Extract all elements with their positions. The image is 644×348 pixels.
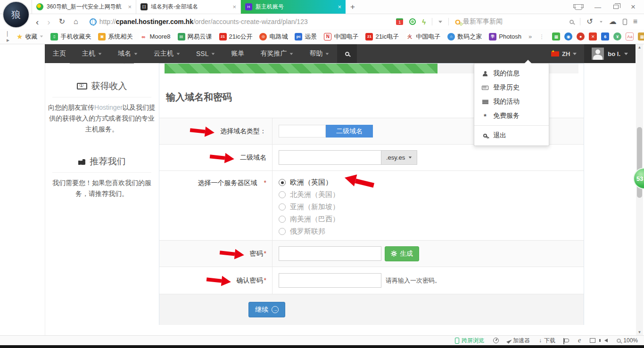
aperture-icon[interactable] <box>409 18 416 25</box>
lightning-icon[interactable]: ϟ <box>422 18 426 26</box>
phone-icon[interactable] <box>623 19 627 25</box>
radio-asia-singapore[interactable]: 亚洲（新加坡） <box>279 202 339 211</box>
chevron-down-icon[interactable] <box>600 21 603 23</box>
bookmark-mobile-favorites[interactable]: ▯ 手机收藏夹 <box>50 32 91 41</box>
nav-referrals[interactable]: 有奖推广 <box>252 44 301 63</box>
back-icon[interactable]: ‹ <box>36 17 39 26</box>
font-aa-icon[interactable]: Aa <box>626 32 634 40</box>
user-account-menu[interactable]: bo l. <box>584 44 636 63</box>
undo-history-icon[interactable]: ↺ <box>586 18 593 25</box>
apps-grid-icon[interactable]: ▦ <box>552 32 560 40</box>
restore-button[interactable] <box>613 5 619 9</box>
bookmark-photoshop[interactable]: 学 Photosh <box>489 33 521 40</box>
new-tab-button[interactable]: + <box>346 0 360 14</box>
six-extension-icon[interactable]: 6 <box>601 32 609 40</box>
tab-360-nav[interactable]: 360导航_新一代安全上网导航 × <box>32 0 136 14</box>
report-flag[interactable] <box>564 339 569 342</box>
nav-label: 有奖推广 <box>260 49 287 58</box>
bookmark-favorites[interactable]: ★ 收藏 <box>17 32 43 41</box>
menu-item-login-history[interactable]: 登录历史 <box>474 81 549 95</box>
browser-avatar-wolf-logo[interactable]: 狼 <box>2 1 30 28</box>
skin-theme-icon[interactable] <box>575 4 582 10</box>
bookmark-circuit-city[interactable]: ◎ 电路城 <box>259 32 288 41</box>
collapse-sidebar-icon[interactable]: |▸ <box>7 30 9 43</box>
downloads[interactable]: ↓ 下载 <box>539 337 555 345</box>
bookmark-netease-class[interactable]: ▤ 网易云课 <box>178 32 212 41</box>
nav-vps[interactable]: 云主机 <box>146 44 188 63</box>
hostinger-link[interactable]: Hostinger <box>94 104 123 111</box>
reload-icon[interactable]: ↻ <box>59 18 65 25</box>
cloud-sync-icon[interactable]: ☁ <box>609 18 617 25</box>
bookmark-system-folder[interactable]: ▣ 系统相关 <box>98 32 132 41</box>
bookmark-vista[interactable]: pc 远景 <box>295 32 317 41</box>
forward-icon[interactable]: › <box>47 17 50 26</box>
speed-gauge[interactable] <box>493 338 499 343</box>
bookmark-digital-home[interactable]: ⌂ 数码之家 <box>447 32 482 41</box>
password-input[interactable] <box>279 246 381 261</box>
radio-north-america-us[interactable]: 北美洲（美国） <box>279 190 339 199</box>
home-icon[interactable]: ⌂ <box>74 18 78 25</box>
menu-icon[interactable]: ≡ <box>633 18 637 25</box>
search-icon <box>345 52 349 56</box>
21ic-icon: 21 <box>365 33 373 40</box>
tab-close-icon[interactable]: × <box>232 3 236 10</box>
radio-south-america-brazil[interactable]: 南美洲（巴西） <box>279 215 339 224</box>
sidebar: 超过100个PHP应用。 获得收入 向您的朋友宣传Hostinger以及我们提供… <box>45 63 159 199</box>
subdomain-suffix-dropdown[interactable]: .esy.es <box>381 150 417 165</box>
close-button[interactable]: × <box>631 2 636 12</box>
bookmark-china-electronics-n[interactable]: N 中国电子 <box>324 32 358 41</box>
cross-screen-browse[interactable]: 跨屏浏览 <box>455 337 484 345</box>
bookmark-label: 收藏 <box>25 32 37 41</box>
menu-item-my-info[interactable]: 我的信息 <box>474 66 549 81</box>
chevron-down-icon[interactable] <box>438 21 442 23</box>
radio-russia[interactable]: 俄罗斯联邦 <box>279 227 325 236</box>
tab-domain-list[interactable]: 【】 域名列表-全部域名 × <box>136 0 241 14</box>
mute-toggle[interactable] <box>604 339 608 342</box>
bookmark-moore8[interactable]: ∞ Moore8 <box>140 33 170 40</box>
nav-label: 域名 <box>118 49 131 58</box>
menu-item-logout[interactable]: 退出 <box>474 126 549 146</box>
ie-compat-mode[interactable]: e <box>578 337 581 344</box>
tools-extension-icon[interactable]: ✕ <box>589 32 597 40</box>
radio-europe-uk[interactable]: 欧洲（英国） <box>279 178 374 187</box>
bookmark-21ic-open[interactable]: 21 21ic公开 <box>219 32 253 41</box>
search-icon[interactable] <box>570 20 574 24</box>
compass-extension-icon[interactable]: ◉ <box>564 32 572 40</box>
window-mode[interactable] <box>590 338 595 343</box>
continue-button[interactable]: 继续 → <box>248 302 285 317</box>
nav-domains[interactable]: 域名 <box>110 44 146 63</box>
confirm-password-input[interactable] <box>279 273 381 288</box>
search-input[interactable]: O 最新军事新闻 <box>455 17 563 26</box>
minimize-button[interactable]: — <box>594 3 601 11</box>
shield-yuan-icon[interactable]: ¥ <box>613 32 621 40</box>
domain-type-blank-button[interactable] <box>279 125 326 138</box>
site-search-button[interactable] <box>337 44 357 63</box>
nav-hosting[interactable]: 主机 <box>74 44 110 63</box>
subdomain-type-button[interactable]: 二级域名 <box>326 125 373 138</box>
bookmark-21ic-elec[interactable]: 21 21ic电子 <box>365 32 399 41</box>
nav-home[interactable]: 主页 <box>45 44 74 63</box>
calendar-icon[interactable]: 1 <box>396 18 403 25</box>
bookmarks-overflow-icon[interactable]: » <box>528 33 532 40</box>
scroll-up-icon[interactable]: ▲ <box>636 45 643 49</box>
url-field[interactable]: http:// cpanel.hostinger.com.hk /order/a… <box>90 18 308 25</box>
subdomain-input[interactable] <box>279 150 381 165</box>
menu-item-my-activity[interactable]: 我的活动 <box>474 95 549 109</box>
nav-help[interactable]: 帮助 <box>301 44 337 63</box>
puzzle-extension-icon[interactable]: ▦ <box>638 32 644 40</box>
scroll-down-icon[interactable]: ▼ <box>636 330 643 334</box>
tab-close-icon[interactable]: × <box>338 3 341 10</box>
bookmark-china-electronics-flame[interactable]: 火 中国电子 <box>406 32 440 41</box>
generate-password-button[interactable]: 生成 <box>385 246 419 261</box>
tab-close-icon[interactable]: × <box>128 3 132 10</box>
accelerator[interactable]: 加速器 <box>508 337 530 345</box>
page-scrollbar[interactable]: ▲ ▼ <box>636 44 643 335</box>
speed-ball-badge[interactable]: 53 <box>633 168 644 189</box>
tab-new-hosting-account[interactable]: H 新主机账号 × <box>241 0 346 14</box>
zoom-control[interactable]: 100% <box>617 337 638 344</box>
language-selector[interactable]: ZH <box>544 50 584 57</box>
nav-ssl[interactable]: SSL <box>188 44 223 63</box>
redpacket-extension-icon[interactable]: ● <box>577 32 585 40</box>
menu-item-free-services[interactable]: * 免费服务 <box>474 109 549 123</box>
nav-billing[interactable]: 账单 <box>223 44 252 63</box>
